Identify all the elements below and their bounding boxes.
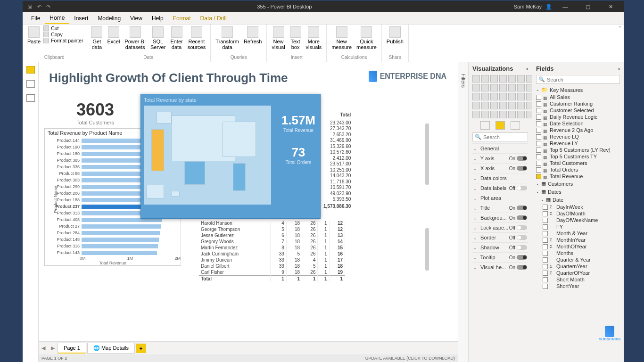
next-page-icon[interactable]: ▶ — [48, 345, 58, 351]
group-date-hierarchy[interactable]: ⌄▦ Date — [536, 196, 620, 204]
viz-type-icon[interactable] — [472, 93, 480, 100]
format-section-border[interactable]: ⌄ BorderOff — [472, 232, 528, 242]
field-top-5-customers-ty[interactable]: Top 5 Customers TY — [536, 153, 620, 160]
report-view-icon[interactable] — [26, 66, 35, 74]
viz-type-icon[interactable] — [481, 84, 489, 91]
group-customers[interactable]: ⌄▦ Customers — [536, 180, 620, 188]
checkbox-icon[interactable] — [536, 141, 541, 146]
checkbox-icon[interactable] — [536, 95, 541, 100]
format-section-general[interactable]: ⌄ General — [472, 143, 528, 153]
table-row[interactable]: Carl Fisher91826119 — [199, 269, 345, 276]
menu-home[interactable]: Home — [45, 13, 69, 24]
bar-row[interactable]: Product 148 — [49, 236, 181, 243]
menu-datadrill[interactable]: Data / Drill — [196, 13, 231, 24]
viz-type-icon[interactable] — [481, 93, 489, 100]
bar-row[interactable]: Product 316 — [49, 243, 181, 249]
viz-search[interactable]: 🔍 — [472, 132, 528, 141]
viz-type-icon[interactable] — [490, 84, 498, 91]
viz-type-icon[interactable] — [526, 93, 532, 100]
toggle[interactable]: On — [509, 215, 527, 221]
toggle[interactable]: On — [509, 255, 527, 260]
new-visual-button[interactable]: New visual — [270, 25, 287, 51]
checkbox-icon[interactable] — [536, 108, 541, 113]
chevron-right-icon[interactable]: › — [526, 65, 528, 72]
viz-type-icon[interactable] — [490, 102, 498, 109]
viz-fields-tab-icon[interactable] — [480, 121, 490, 130]
format-section-xaxis[interactable]: ⌄ X axisOn — [472, 163, 528, 173]
user-name[interactable]: Sam McKay — [514, 4, 542, 9]
checkbox-icon[interactable] — [543, 284, 548, 289]
table-row[interactable]: Harold Hanson41826112 — [199, 220, 345, 226]
viz-type-icon[interactable] — [490, 93, 498, 100]
maximize-button[interactable]: ▢ — [578, 4, 597, 10]
new-measure-button[interactable]: New measure — [330, 25, 354, 51]
transform-data-button[interactable]: Transform data — [214, 25, 241, 51]
viz-type-icon[interactable] — [517, 111, 525, 118]
table-row[interactable]: Daniel Gilbert33185118 — [199, 263, 345, 269]
tab-map-details[interactable]: 🌐 Map Details — [87, 343, 135, 354]
save-icon[interactable]: 🖫 — [27, 4, 33, 10]
field-revenue-ly[interactable]: Revenue LY — [536, 140, 620, 147]
viz-type-icon[interactable] — [508, 111, 516, 118]
checkbox-icon[interactable] — [536, 121, 541, 126]
close-button[interactable]: ✕ — [601, 4, 620, 10]
data-view-icon[interactable] — [26, 80, 35, 88]
menu-insert[interactable]: Insert — [69, 13, 93, 24]
viz-type-icon[interactable] — [472, 102, 480, 109]
viz-type-icon[interactable] — [472, 111, 480, 118]
more-visuals-button[interactable]: More visuals — [304, 25, 324, 51]
viz-type-icon[interactable] — [526, 84, 532, 91]
format-section-plotarea[interactable]: ⌄ Plot area — [472, 193, 528, 203]
checkbox-icon[interactable] — [543, 244, 548, 249]
viz-type-icon[interactable] — [508, 102, 516, 109]
checkbox-icon[interactable] — [543, 218, 548, 223]
menu-modeling[interactable]: Modeling — [93, 13, 125, 24]
table-row[interactable]: Jimmy Duncan33184117 — [199, 257, 345, 263]
field-quarterofyear[interactable]: ΣQuarterOfYear — [536, 270, 620, 276]
viz-type-icon[interactable] — [481, 75, 489, 82]
menu-view[interactable]: View — [125, 13, 147, 24]
viz-type-icon[interactable] — [490, 111, 498, 118]
toggle[interactable]: On — [509, 206, 527, 211]
viz-type-icon[interactable] — [508, 75, 516, 82]
enter-data-button[interactable]: Enter data — [168, 25, 184, 51]
paste-button[interactable]: Paste — [25, 25, 42, 45]
report-canvas[interactable]: Highlight Growth Of Client Through Time … — [39, 62, 458, 341]
format-section-lockaspect[interactable]: ⌄ Lock aspe...Off — [472, 222, 528, 232]
fields-search[interactable]: 🔍 — [536, 75, 620, 84]
viz-type-icon[interactable] — [472, 75, 480, 82]
table-row[interactable]: Gregory Woods71826114 — [199, 239, 345, 245]
viz-search-input[interactable] — [483, 134, 526, 140]
checkbox-icon[interactable] — [536, 101, 541, 107]
viz-analytics-tab-icon[interactable] — [511, 121, 520, 130]
checkbox-icon[interactable] — [543, 271, 548, 276]
user-avatar-icon[interactable]: 👤 — [545, 4, 552, 10]
field-quarter & year[interactable]: Quarter & Year — [536, 256, 620, 263]
checkbox-icon[interactable] — [543, 251, 548, 256]
checkbox-icon[interactable] — [543, 205, 548, 210]
field-customer-selected[interactable]: Customer Selected — [536, 107, 620, 114]
field-revenue-lq[interactable]: Revenue LQ — [536, 133, 620, 140]
checkbox-icon[interactable] — [543, 257, 548, 263]
toggle[interactable]: Off — [509, 235, 527, 240]
viz-type-icon[interactable] — [472, 84, 480, 91]
model-view-icon[interactable] — [26, 94, 35, 102]
undo-icon[interactable]: ↶ — [37, 4, 41, 10]
checkbox-icon[interactable] — [543, 264, 548, 269]
field-dayofweekname[interactable]: DayOfWeekName — [536, 217, 620, 223]
field-daily-revenue-logic[interactable]: Daily Revenue Logic — [536, 114, 620, 120]
scrollbar[interactable] — [425, 228, 429, 271]
field-total-customers[interactable]: Total Customers — [536, 160, 620, 166]
field-all-sales[interactable]: All Sales — [536, 94, 620, 100]
menu-help[interactable]: Help — [147, 13, 168, 24]
scrollbar[interactable] — [425, 123, 429, 185]
field-monthinyear[interactable]: ΣMonthInYear — [536, 237, 620, 243]
checkbox-icon[interactable] — [543, 277, 548, 282]
viz-type-icon[interactable] — [526, 75, 532, 82]
menu-file[interactable]: File — [26, 13, 45, 24]
format-section-background[interactable]: ⌄ Backgrou...On — [472, 213, 528, 222]
add-page-button[interactable]: + — [136, 344, 146, 353]
pbi-datasets-button[interactable]: Power BI datasets — [123, 25, 148, 51]
toggle[interactable]: Off — [509, 245, 527, 250]
field-customer-ranking[interactable]: Customer Ranking — [536, 100, 620, 107]
